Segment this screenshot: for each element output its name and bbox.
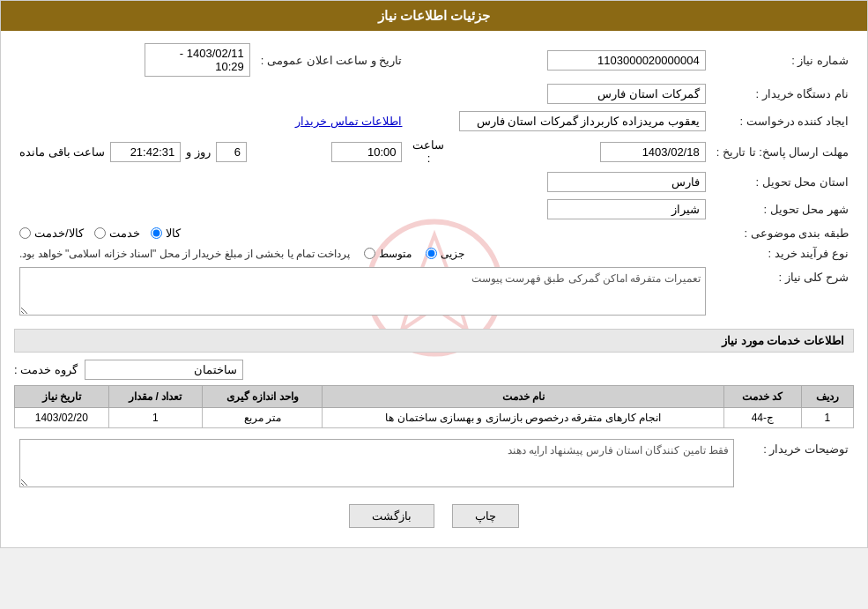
print-button[interactable]: چاپ (452, 504, 519, 528)
shomara-value: 1103000020000004 (449, 40, 710, 80)
page-title: جزئیات اطلاعات نیاز (1, 1, 867, 31)
radio-khadamat-label: خدمت (109, 227, 140, 240)
col-nam: نام خدمت (323, 386, 724, 408)
ostan-field: فارس (547, 172, 706, 192)
tosihaat-value: فقط تامین کنندگان استان فارس پیشنهاد ارا… (14, 435, 739, 494)
purchase-jozvi-input[interactable] (426, 248, 437, 259)
nam-dastgah-label: نام دستگاه خریدار : (711, 80, 854, 108)
group-label: گروه خدمت : (14, 363, 78, 376)
purchase-jozvi-label: جزیی (441, 248, 464, 260)
ostan-label: استان محل تحویل : (711, 168, 854, 196)
tosihaat-table: توضیحات خریدار : فقط تامین کنندگان استان… (14, 435, 854, 494)
buttons-row: چاپ بازگشت (14, 504, 854, 528)
services-section-header: اطلاعات خدمات مورد نیاز (14, 329, 854, 353)
ijad-konande-field: یعقوب مریدزاده کاربرداز گمرکات استان فار… (459, 111, 706, 131)
col-vahed: واحد اندازه گیری (203, 386, 323, 408)
tarikh-label: تاریخ و ساعت اعلان عمومی : (256, 40, 408, 80)
time-value: 10:00 (256, 135, 408, 168)
radio-khadamat-input[interactable] (94, 227, 106, 239)
time-field: 10:00 (331, 142, 402, 162)
radio-khadamat[interactable]: خدمت (94, 227, 140, 240)
col-radif: ردیف (801, 386, 853, 408)
purchase-motavaset[interactable]: متوسط (364, 248, 412, 260)
cell-radif: 1 (801, 408, 853, 428)
group-row: گروه خدمت : ساختمان (14, 360, 854, 380)
shahr-field: شیراز (547, 199, 706, 219)
tosihaat-label: توضیحات خریدار : (739, 435, 854, 494)
cell-tedad: 1 (108, 408, 202, 428)
back-button[interactable]: بازگشت (349, 504, 434, 528)
purchase-motavaset-label: متوسط (379, 248, 412, 260)
table-row: 1ج-44انجام کارهای متفرقه درخصوص بازسازی … (15, 408, 854, 428)
shahr-value: شیراز (14, 196, 711, 223)
radio-kala-label: کالا (166, 227, 181, 240)
page-wrapper: جزئیات اطلاعات نیاز شماره نیاز : 1103000… (0, 0, 868, 548)
main-content: شماره نیاز : 1103000020000004 تاریخ و سا… (14, 40, 854, 528)
tabaqe-value: کالا/خدمت خدمت کالا (14, 223, 711, 243)
services-table: ردیف کد خدمت نام خدمت واحد اندازه گیری ت… (14, 385, 854, 428)
purchase-note: پرداخت تمام یا بخشی از مبلغ خریدار از مح… (19, 248, 350, 260)
col-tedad: تعداد / مقدار (108, 386, 202, 408)
radio-kala[interactable]: کالا (151, 227, 181, 240)
noue-farayand-value: پرداخت تمام یا بخشی از مبلغ خریدار از مح… (14, 243, 711, 264)
mohlat-date-field: 1403/02/18 (600, 142, 706, 162)
noue-farayand-label: نوع فرآیند خرید : (711, 243, 854, 264)
remaining-area: ساعت باقی مانده 21:42:31 روز و 6 (14, 135, 256, 168)
radio-kala-input[interactable] (151, 227, 162, 239)
nam-dastgah-value: گمرکات استان فارس (14, 80, 711, 108)
sharh-value: تعمیرات متفرقه اماکن گمرکی طبق فهرست پیو… (14, 264, 711, 322)
cell-tarikh: 1403/02/20 (15, 408, 109, 428)
mohlat-label: مهلت ارسال پاسخ: تا تاریخ : (711, 135, 854, 168)
sharh-textarea[interactable]: تعمیرات متفرقه اماکن گمرکی طبق فهرست پیو… (19, 267, 706, 316)
shahr-label: شهر محل تحویل : (711, 196, 854, 223)
tarikh-value: 1403/02/11 - 10:29 (14, 40, 256, 80)
purchase-motavaset-input[interactable] (364, 248, 375, 259)
time-label: ساعت : (407, 135, 449, 168)
remaining-label: ساعت باقی مانده (19, 145, 105, 159)
radio-kala-khadamat-label: کالا/خدمت (34, 227, 84, 240)
tabaqe-label: طبقه بندی موضوعی : (711, 223, 854, 243)
sharh-label: شرح کلی نیاز : (711, 264, 854, 322)
cell-kod: ج-44 (724, 408, 802, 428)
mohlat-date: 1403/02/18 (449, 135, 710, 168)
col-kod: کد خدمت (724, 386, 802, 408)
shomara-label: شماره نیاز : (711, 40, 854, 80)
purchase-jozvi[interactable]: جزیی (426, 248, 464, 260)
radio-kala-khadamat[interactable]: کالا/خدمت (19, 227, 84, 240)
col-tarikh: تاریخ نیاز (15, 386, 109, 408)
radio-kala-khadamat-input[interactable] (19, 227, 31, 239)
ostan-value: فارس (14, 168, 711, 196)
group-field: ساختمان (85, 360, 243, 380)
days-label: روز و (186, 145, 211, 159)
tosihaat-textarea[interactable]: فقط تامین کنندگان استان فارس پیشنهاد ارا… (19, 439, 734, 487)
contact-link[interactable]: اطلاعات تماس خریدار (295, 115, 402, 128)
remaining-time-field: 21:42:31 (110, 142, 181, 162)
tarikh-field: 1403/02/11 - 10:29 (145, 43, 250, 77)
ijad-konande-value: یعقوب مریدزاده کاربرداز گمرکات استان فار… (449, 108, 710, 135)
days-field: 6 (216, 142, 247, 162)
nam-dastgah-field: گمرکات استان فارس (547, 84, 706, 104)
shomara-field: 1103000020000004 (547, 50, 706, 71)
cell-vahed: متر مربع (203, 408, 323, 428)
cell-nam: انجام کارهای متفرقه درخصوص بازسازی و بهس… (323, 408, 724, 428)
info-table: شماره نیاز : 1103000020000004 تاریخ و سا… (14, 40, 854, 322)
ijad-konande-label: ایجاد کننده درخواست : (711, 108, 854, 135)
